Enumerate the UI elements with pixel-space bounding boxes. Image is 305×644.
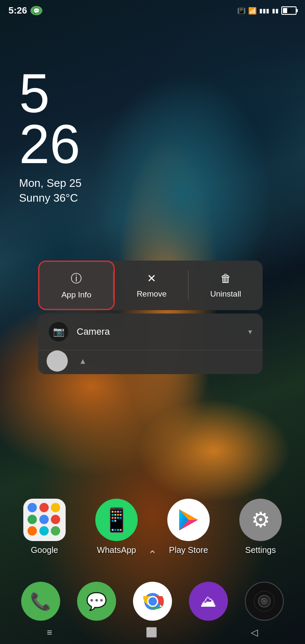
messages-icon: 💬 — [86, 591, 107, 611]
status-right: 📳 📶 ▮▮▮ ▮▮ 35 — [237, 6, 297, 15]
youtube-icon — [51, 503, 60, 512]
google-icon — [23, 499, 66, 541]
camera-lens-icon — [254, 591, 275, 612]
trash-icon: 🗑 — [220, 272, 231, 285]
remove-icon: ✕ — [147, 272, 156, 285]
phone-button[interactable]: 📞 — [21, 582, 60, 621]
clock-weather: Sunny 36°C — [19, 192, 81, 205]
clock-hour: 5 — [19, 66, 81, 121]
signal1-icon: ▮▮▮ — [259, 7, 269, 14]
pocket-icon — [28, 526, 37, 536]
settings-app[interactable]: ⚙ Settings — [239, 499, 282, 555]
uninstall-label: Uninstall — [210, 289, 241, 299]
maps-mini-icon — [28, 515, 37, 524]
settings-icon: ⚙ — [239, 499, 282, 541]
settings-label: Settings — [245, 545, 276, 555]
drag-arrow-icon: ▴ — [80, 355, 85, 366]
vibrate-icon: 📳 — [237, 7, 246, 15]
drag-handle-1 — [47, 350, 68, 372]
whatsapp-icon: 📱 — [95, 499, 138, 541]
camera-shortcut-icon: 📷 — [49, 322, 68, 341]
remove-label: Remove — [137, 289, 167, 299]
chrome-icon — [139, 588, 166, 615]
gmail-icon — [39, 503, 49, 512]
google-app[interactable]: Google — [23, 499, 66, 555]
photos-icon — [51, 515, 60, 524]
dock-apps-row: Google 📱 WhatsApp — [0, 499, 305, 555]
playstore-app[interactable]: Play Store — [167, 499, 210, 555]
camera-shortcut[interactable]: 📷 Camera ▾ — [38, 314, 263, 350]
drive-icon — [39, 515, 49, 524]
info-icon: ⓘ — [71, 271, 82, 286]
camera-icon: 📷 — [53, 326, 64, 337]
whatsapp-phone-icon: 📱 — [102, 506, 131, 534]
messages-button[interactable]: 💬 — [77, 582, 116, 621]
maps-button[interactable]: ⛰ — [189, 582, 228, 621]
clock-minute: 26 — [19, 117, 81, 172]
app-info-label: App Info — [61, 290, 92, 300]
time-display: 5:26 — [8, 5, 27, 16]
chevron-down-icon: ▾ — [248, 327, 252, 336]
google-g-icon — [28, 503, 37, 512]
play-triangle-svg — [176, 507, 201, 533]
playstore-icon — [167, 499, 210, 541]
sheets-icon — [51, 526, 60, 536]
google-label: Google — [31, 545, 58, 555]
bottom-dock: 📞 💬 ⛰ — [0, 582, 305, 621]
svg-point-3 — [148, 597, 157, 605]
battery-icon: 35 — [281, 6, 297, 15]
context-menu: ⓘ App Info ✕ Remove 🗑 Uninstall 📷 Camera… — [38, 261, 263, 374]
playstore-label: Play Store — [169, 545, 208, 555]
app-info-button[interactable]: ⓘ App Info — [38, 261, 115, 310]
mountain-icon: ⛰ — [200, 592, 216, 611]
wifi-icon: 📶 — [248, 7, 257, 15]
gear-icon: ⚙ — [251, 508, 270, 532]
status-bar: 5:26 💬 📳 📶 ▮▮▮ ▮▮ 35 — [0, 0, 305, 21]
back-button[interactable]: ◁ — [251, 627, 258, 638]
home-button[interactable]: ⬜ — [146, 627, 157, 638]
drag-handles-row: ▴ — [38, 350, 263, 374]
phone-icon: 📞 — [30, 591, 51, 611]
notification-icon: 💬 — [30, 6, 42, 15]
meet-icon — [39, 526, 49, 536]
status-left: 5:26 💬 — [8, 5, 42, 16]
battery-percent: 35 — [287, 8, 291, 13]
remove-button[interactable]: ✕ Remove — [115, 261, 189, 310]
svg-point-8 — [261, 598, 263, 600]
camera-button[interactable] — [245, 582, 284, 621]
whatsapp-label: WhatsApp — [97, 545, 136, 555]
chrome-button[interactable] — [133, 582, 172, 621]
uninstall-button[interactable]: 🗑 Uninstall — [189, 261, 263, 310]
signal2-icon: ▮▮ — [272, 7, 279, 14]
context-actions-row: ⓘ App Info ✕ Remove 🗑 Uninstall — [38, 261, 263, 310]
clock-date: Mon, Sep 25 — [19, 177, 81, 190]
whatsapp-app[interactable]: 📱 WhatsApp — [95, 499, 138, 555]
clock-widget: 5 26 Mon, Sep 25 Sunny 36°C — [19, 66, 81, 205]
recent-apps-button[interactable]: ≡ — [47, 627, 53, 638]
context-shortcuts: 📷 Camera ▾ ▴ — [38, 314, 263, 374]
nav-bar: ≡ ⬜ ◁ — [0, 621, 305, 644]
camera-shortcut-label: Camera — [77, 326, 110, 337]
svg-point-7 — [263, 600, 266, 602]
